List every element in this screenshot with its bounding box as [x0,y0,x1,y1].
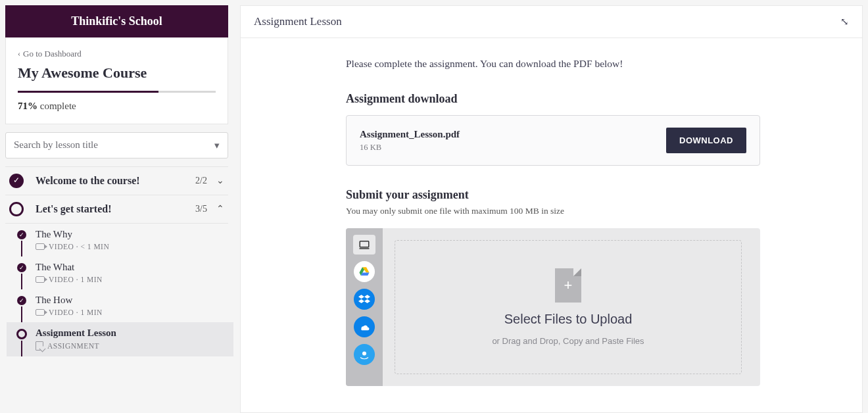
download-heading: Assignment download [346,92,842,106]
expand-icon[interactable]: ⤡ [840,16,849,28]
main-content: Please complete the assignment. You can … [241,38,862,386]
chapter-title: Welcome to the course! [36,175,195,187]
go-to-dashboard-link[interactable]: ‹ Go to Dashboard [18,49,82,59]
chapter-title: Let's get started! [36,203,195,215]
progress-bar [18,91,216,93]
download-button[interactable]: DOWNLOAD [666,128,746,153]
svg-marker-8 [364,299,370,303]
google-drive-icon[interactable] [354,261,375,282]
file-plus-icon: + [555,268,581,303]
course-card: ‹ Go to Dashboard My Awesome Course 71% … [5,37,228,124]
search-placeholder: Search by lesson title [14,139,98,151]
check-dot-icon: ✓ [17,230,26,239]
svg-marker-6 [364,295,370,299]
assignment-icon [36,341,43,351]
intro-text: Please complete the assignment. You can … [346,58,842,70]
sidebar: Thinkific's School ‹ Go to Dashboard My … [0,0,233,413]
open-dot-icon [16,329,27,339]
page-title: Assignment Lesson [254,15,342,28]
check-dot-icon: ✓ [17,263,26,272]
progress-circle-icon [9,202,24,216]
lesson-meta: VIDEO · 1 MIN [36,276,224,283]
lesson-list: ✓ The Why VIDEO · < 1 MIN ✓ [5,224,228,356]
course-title: My Awesome Course [18,64,216,82]
search-lesson-dropdown[interactable]: Search by lesson title ▾ [5,132,228,158]
app-root: Thinkific's School ‹ Go to Dashboard My … [0,0,868,413]
lesson-the-how[interactable]: ✓ The How VIDEO · 1 MIN [12,289,228,322]
chapter-row-welcome[interactable]: ✓ Welcome to the course! 2/2 ⌄ [5,166,228,195]
progress-percent: 71% [18,101,37,111]
chapter-row-get-started[interactable]: Let's get started! 3/5 ⌃ [5,195,228,224]
svg-point-9 [362,352,366,356]
progress-text: 71% complete [18,101,216,112]
submit-hint: You may only submit one file with maximu… [346,206,842,216]
file-size: 16 KB [360,143,460,153]
check-dot-icon: ✓ [17,296,26,305]
video-icon [36,276,45,283]
dashboard-link-label: Go to Dashboard [23,49,82,59]
upload-subtitle: or Drag and Drop, Copy and Paste Files [492,336,644,346]
video-icon [36,243,45,250]
main-panel: Assignment Lesson ⤡ Please complete the … [240,5,863,413]
upload-dropzone[interactable]: + Select Files to Upload or Drag and Dro… [395,240,742,374]
download-box: Assignment_Lesson.pdf 16 KB DOWNLOAD [346,115,760,166]
check-circle-icon: ✓ [9,174,24,188]
local-device-icon[interactable] [353,235,375,255]
lesson-title: Assignment Lesson [36,328,228,339]
lesson-assignment[interactable]: Assignment Lesson ASSIGNMENT [7,322,233,356]
upload-source-rail [346,228,383,386]
progress-complete-label: complete [40,101,76,111]
dropbox-icon[interactable] [354,289,375,310]
lesson-title: The What [36,262,224,273]
progress-fill [18,91,158,93]
svg-rect-0 [360,241,369,247]
lesson-the-what[interactable]: ✓ The What VIDEO · 1 MIN [12,256,228,289]
chevron-down-icon: ⌄ [216,175,224,186]
amazon-cloud-icon[interactable] [354,344,375,365]
main-header: Assignment Lesson ⤡ [241,6,862,38]
chevron-up-icon: ⌃ [216,203,224,214]
caret-down-icon: ▾ [214,139,220,151]
upload-area: + Select Files to Upload or Drag and Dro… [346,228,760,386]
lesson-the-why[interactable]: ✓ The Why VIDEO · < 1 MIN [12,224,228,256]
lesson-meta: VIDEO · < 1 MIN [36,243,224,251]
chapter-count: 3/5 [195,204,207,214]
lesson-meta: ASSIGNMENT [36,341,228,351]
lesson-title: The How [36,295,224,306]
svg-marker-5 [358,295,364,299]
chapter-count: 2/2 [195,176,207,186]
onedrive-icon[interactable] [354,316,375,337]
lesson-title: The Why [36,229,224,240]
chapter-list: ✓ Welcome to the course! 2/2 ⌄ Let's get… [5,166,228,356]
lesson-meta: VIDEO · 1 MIN [36,308,224,316]
upload-title: Select Files to Upload [504,312,633,327]
school-header: Thinkific's School [5,5,228,37]
submit-heading: Submit your assignment [346,188,842,202]
chevron-left-icon: ‹ [18,49,20,59]
svg-marker-7 [358,299,364,303]
file-name: Assignment_Lesson.pdf [360,129,460,140]
video-icon [36,309,45,316]
